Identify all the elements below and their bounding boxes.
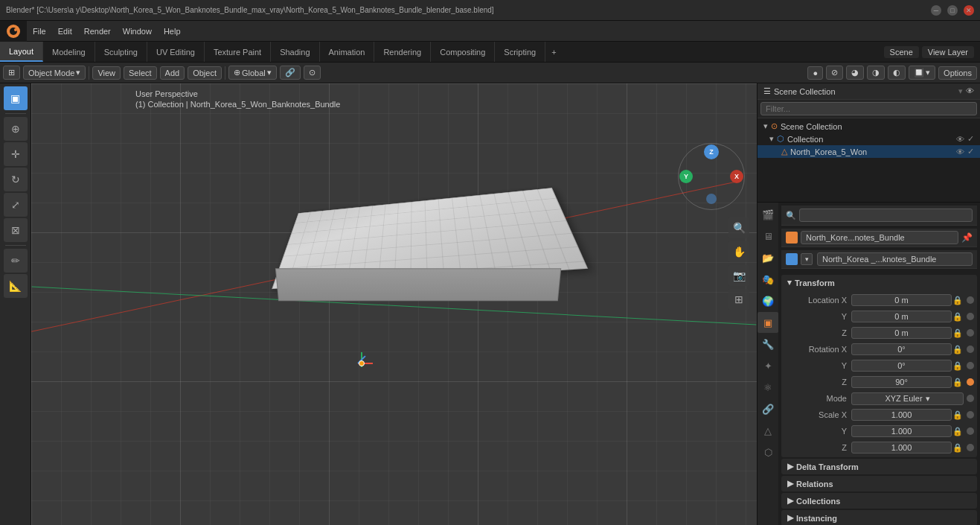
z-top-gizmo[interactable]: Z: [704, 144, 719, 159]
menu-help[interactable]: Help: [158, 21, 187, 42]
prop-tab-render[interactable]: 🎬: [758, 204, 778, 225]
prop-tab-particles[interactable]: ✦: [758, 355, 778, 376]
orbit-gizmo[interactable]: Z X Y: [678, 143, 745, 210]
prop-tab-output[interactable]: 🖥: [758, 226, 778, 246]
editor-type-button[interactable]: ⊞: [3, 66, 20, 80]
menu-file[interactable]: File: [27, 21, 52, 42]
prop-tab-modifier[interactable]: 🔧: [758, 334, 778, 354]
snap-toggle[interactable]: 🔗: [280, 66, 301, 80]
minimize-button[interactable]: ─: [931, 5, 941, 16]
lock-y-icon[interactable]: 🔒: [952, 312, 964, 322]
view-layer-selector[interactable]: View Layer: [922, 46, 974, 58]
location-z-value[interactable]: 0 m: [851, 327, 952, 339]
location-x-value[interactable]: 0 m: [851, 294, 952, 306]
scale-tool[interactable]: ⤢: [4, 193, 28, 217]
move-tool[interactable]: ✛: [4, 142, 28, 166]
collections-header[interactable]: ▶ Collections: [781, 493, 977, 509]
tab-uv-editing[interactable]: UV Editing: [147, 42, 205, 62]
rotation-x-dot[interactable]: [967, 346, 974, 353]
location-y-dot[interactable]: [967, 313, 974, 320]
instancing-header[interactable]: ▶ Instancing: [781, 510, 977, 525]
scale-x-dot[interactable]: [967, 411, 974, 419]
transform-section-header[interactable]: ▾ Transform: [781, 275, 977, 290]
viewport-shading[interactable]: ●: [807, 66, 823, 80]
outliner-search-input[interactable]: [760, 102, 977, 115]
object-check[interactable]: ✓: [967, 147, 974, 156]
annotate-tool[interactable]: ✏: [4, 249, 28, 273]
transform-selector[interactable]: ⊕ Global ▾: [228, 66, 277, 80]
delta-transform-header[interactable]: ▶ Delta Transform: [781, 459, 977, 474]
tab-layout[interactable]: Layout: [0, 42, 43, 62]
rot-lock-y-icon[interactable]: 🔒: [952, 361, 964, 371]
tab-texture-paint[interactable]: Texture Paint: [205, 42, 271, 62]
mode-dot[interactable]: [967, 395, 974, 402]
prop-tab-scene[interactable]: 🎭: [758, 269, 778, 290]
viewport-shading-wire[interactable]: ⊘: [826, 66, 843, 80]
pin-icon[interactable]: 📌: [961, 232, 973, 243]
outliner-item-scene-collection[interactable]: ▾ ⊙ Scene Collection: [758, 120, 980, 133]
measure-tool[interactable]: 📐: [4, 274, 28, 298]
object-menu[interactable]: Object: [188, 66, 222, 80]
tab-sculpting[interactable]: Sculpting: [95, 42, 147, 62]
location-z-dot[interactable]: [967, 329, 974, 337]
viewport[interactable]: User Perspective (1) Collection | North_…: [31, 83, 757, 525]
window-controls[interactable]: ─ □ ✕: [931, 5, 974, 16]
menu-edit[interactable]: Edit: [52, 21, 78, 42]
rotation-z-value[interactable]: 90°: [851, 376, 952, 388]
outliner-item-collection[interactable]: ▾ ⬡ Collection 👁 ✓: [758, 133, 980, 145]
filter-icon[interactable]: ▾: [958, 86, 963, 96]
viewport-shading-solid[interactable]: ◕: [846, 66, 864, 80]
tab-animation[interactable]: Animation: [320, 42, 375, 62]
outliner-item-object[interactable]: △ North_Korea_5_Won 👁 ✓: [758, 145, 980, 158]
camera-icon[interactable]: 📷: [728, 265, 749, 286]
close-button[interactable]: ✕: [964, 5, 974, 16]
tab-rendering[interactable]: Rendering: [374, 42, 431, 62]
lock-z-icon[interactable]: 🔒: [952, 328, 964, 338]
grid-icon[interactable]: ⊞: [728, 289, 749, 310]
tab-shading[interactable]: Shading: [271, 42, 319, 62]
collection-visibility[interactable]: 👁: [956, 135, 964, 144]
object-visibility[interactable]: 👁: [956, 147, 964, 156]
options-button[interactable]: Options: [938, 66, 977, 80]
x-right-gizmo[interactable]: X: [730, 170, 743, 183]
select-menu[interactable]: Select: [124, 66, 157, 80]
tab-compositing[interactable]: Compositing: [431, 42, 495, 62]
viewport-shading-rendered[interactable]: ◐: [888, 66, 906, 80]
y-left-gizmo[interactable]: Y: [679, 170, 693, 183]
prop-tab-data[interactable]: △: [758, 420, 778, 441]
prop-tab-physics[interactable]: ⚛: [758, 377, 778, 398]
proportional-toggle[interactable]: ⊙: [304, 66, 321, 80]
scale-lock-y-icon[interactable]: 🔒: [952, 427, 964, 436]
select-tool[interactable]: ▣: [4, 86, 28, 110]
view-menu[interactable]: View: [92, 66, 121, 80]
transform-gizmo[interactable]: [350, 352, 373, 375]
scale-y-dot[interactable]: [967, 427, 974, 435]
lock-x-icon[interactable]: 🔒: [952, 296, 964, 305]
maximize-button[interactable]: □: [947, 5, 958, 16]
prop-tab-constraints[interactable]: 🔗: [758, 398, 778, 419]
rotation-y-dot[interactable]: [967, 362, 974, 369]
viewport-shading-material[interactable]: ◑: [867, 66, 885, 80]
menu-render[interactable]: Render: [78, 21, 117, 42]
mode-selector[interactable]: Object Mode ▾: [23, 66, 86, 80]
add-workspace-button[interactable]: +: [545, 42, 562, 62]
visibility-icon[interactable]: 👁: [966, 86, 974, 96]
pan-icon[interactable]: ✋: [728, 241, 749, 262]
scale-z-dot[interactable]: [967, 444, 974, 451]
rotation-mode-value[interactable]: XYZ Euler ▾: [851, 392, 964, 405]
rotation-y-value[interactable]: 0°: [851, 360, 952, 372]
scale-z-value[interactable]: 1.000: [851, 442, 952, 454]
zoom-icon[interactable]: 🔍: [728, 217, 749, 238]
object-data-dropdown[interactable]: ▾: [801, 253, 813, 265]
prop-tab-object[interactable]: ▣: [758, 312, 778, 333]
scale-y-value[interactable]: 1.000: [851, 425, 952, 437]
scale-lock-x-icon[interactable]: 🔒: [952, 410, 964, 420]
object-data-name-field[interactable]: North_Korea _...knotes_Bundle: [817, 252, 973, 266]
scale-lock-z-icon[interactable]: 🔒: [952, 443, 964, 453]
menu-window[interactable]: Window: [117, 21, 158, 42]
relations-header[interactable]: ▶ Relations: [781, 476, 977, 491]
overlays-button[interactable]: 🔲▾: [909, 66, 935, 80]
scale-x-value[interactable]: 1.000: [851, 409, 952, 421]
rot-lock-x-icon[interactable]: 🔒: [952, 345, 964, 354]
prop-tab-view-layer[interactable]: 📂: [758, 247, 778, 268]
